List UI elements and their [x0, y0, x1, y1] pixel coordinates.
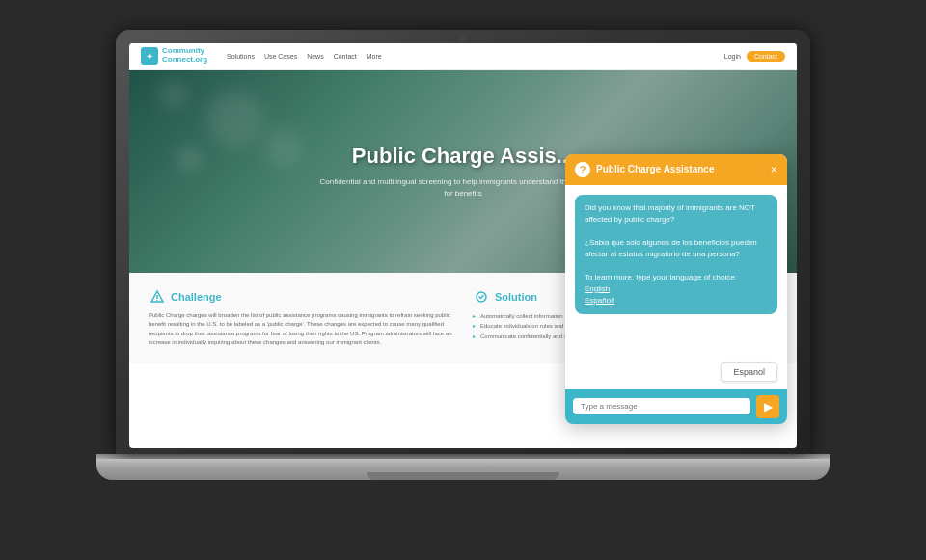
nav-contact-button[interactable]: Contact	[747, 51, 785, 62]
nav-link-contact[interactable]: Contact	[334, 53, 357, 60]
challenge-column: Challenge Public Charge charges will bro…	[149, 288, 453, 348]
website: ✦ Community Connect.org Solutions Use Ca…	[129, 43, 797, 448]
screen-bezel: ✦ Community Connect.org Solutions Use Ca…	[116, 30, 810, 454]
camera-dot	[460, 36, 466, 41]
chat-send-button[interactable]: ▶	[756, 395, 779, 418]
hero-title: Public Charge Assis...	[352, 144, 574, 169]
chat-close-button[interactable]: ×	[770, 163, 777, 175]
challenge-icon	[149, 288, 166, 306]
chat-input-area: ▶	[565, 389, 787, 424]
logo-icon: ✦	[141, 47, 158, 65]
nav-link-more[interactable]: More	[367, 53, 382, 60]
solution-icon	[473, 288, 490, 306]
laptop-hinge	[96, 454, 830, 459]
chat-text-spanish: ¿Sabia que solo algunos de los beneficio…	[585, 238, 757, 258]
chat-link-espanol[interactable]: Español!	[585, 296, 614, 305]
chat-text-learn: To learn more, type your language of cho…	[585, 273, 737, 281]
nav-bar: ✦ Community Connect.org Solutions Use Ca…	[129, 43, 797, 70]
laptop-base	[96, 459, 830, 480]
send-icon: ▶	[764, 400, 773, 413]
chat-link-english[interactable]: English	[585, 284, 610, 293]
svg-point-2	[156, 299, 157, 300]
chat-bubble-en: Did you know that majority of immigrants…	[575, 195, 777, 314]
laptop: ✦ Community Connect.org Solutions Use Ca…	[87, 30, 839, 531]
chat-header: ? Public Charge Assistance ×	[565, 154, 787, 185]
logo-text: Community Connect.org	[162, 47, 207, 65]
nav-link-solutions[interactable]: Solutions	[227, 53, 255, 60]
chat-input[interactable]	[573, 398, 750, 414]
nav-links: Solutions Use Cases News Contact More	[227, 53, 382, 60]
nav-link-news[interactable]: News	[307, 53, 324, 60]
hero-subtitle: Confidential and multilingual screening …	[318, 176, 608, 200]
chat-body: Did you know that majority of immigrants…	[565, 185, 787, 359]
chat-header-title: Public Charge Assistance	[596, 164, 764, 174]
laptop-screen: ✦ Community Connect.org Solutions Use Ca…	[129, 43, 797, 448]
espanol-button[interactable]: Espanol	[721, 362, 777, 382]
nav-logo: ✦ Community Connect.org	[141, 47, 207, 65]
nav-link-usecases[interactable]: Use Cases	[264, 53, 297, 60]
challenge-title: Challenge	[149, 288, 453, 306]
challenge-text: Public Charge charges will broaden the l…	[149, 311, 453, 348]
nav-login[interactable]: Login	[724, 53, 741, 60]
espanol-area: Espanol	[565, 359, 787, 389]
chat-text-english: Did you know that majority of immigrants…	[585, 203, 755, 224]
chat-widget: ? Public Charge Assistance × Did you kno…	[565, 154, 787, 424]
chat-header-icon: ?	[575, 162, 590, 177]
